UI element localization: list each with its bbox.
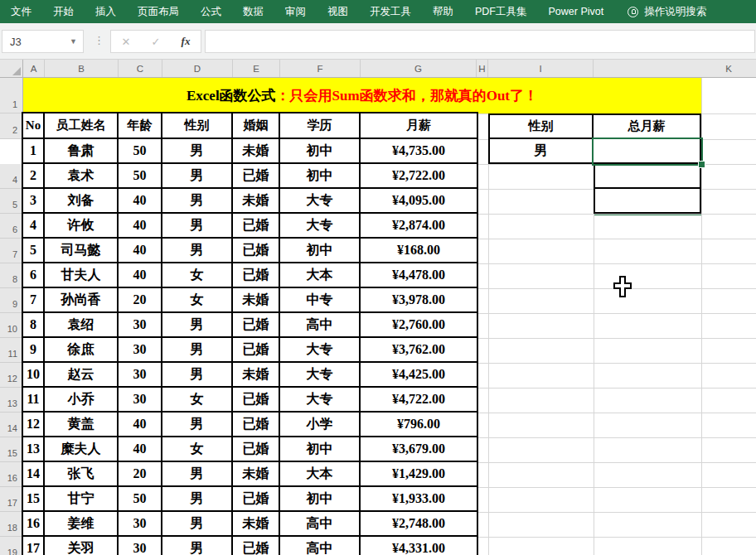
cell-F15[interactable]: 初中	[280, 437, 361, 462]
column-header-K[interactable]: K	[701, 60, 756, 77]
row-header-5[interactable]: 5	[0, 189, 23, 214]
cell-G11[interactable]: ¥3,762.00	[361, 338, 477, 363]
cell-F7[interactable]: 初中	[280, 239, 361, 263]
row-header-18[interactable]: 18	[0, 512, 23, 537]
cell-A18[interactable]: 16	[23, 512, 45, 537]
cell-E17[interactable]: 已婚	[233, 487, 280, 512]
cell-D4[interactable]: 男	[162, 164, 233, 189]
ribbon-tab-开始[interactable]: 开始	[42, 0, 85, 23]
column-header-A[interactable]: A	[23, 60, 45, 77]
row-header-7[interactable]: 7	[0, 239, 23, 263]
cell-A6[interactable]: 4	[23, 214, 45, 239]
cell-F16[interactable]: 大本	[280, 462, 361, 487]
cell-D16[interactable]: 男	[162, 462, 233, 487]
cell-F3[interactable]: 初中	[280, 139, 361, 164]
cell-E19[interactable]: 已婚	[233, 537, 280, 555]
row-header-13[interactable]: 13	[0, 388, 23, 413]
cell-C5[interactable]: 40	[119, 189, 162, 214]
cell-G12[interactable]: ¥4,425.00	[361, 363, 477, 388]
cell-A14[interactable]: 12	[23, 413, 45, 437]
cell-G3[interactable]: ¥4,735.00	[361, 139, 477, 164]
cell-G18[interactable]: ¥2,748.00	[361, 512, 477, 537]
ribbon-tab-开发工具[interactable]: 开发工具	[359, 0, 422, 23]
cell-F5[interactable]: 大专	[280, 189, 361, 214]
cell-B4[interactable]: 袁术	[45, 164, 119, 189]
cancel-icon[interactable]: ✕	[122, 36, 131, 48]
cell-F19[interactable]: 高中	[280, 537, 361, 555]
ribbon-tab-页面布局[interactable]: 页面布局	[127, 0, 190, 23]
cell-A9[interactable]: 7	[23, 288, 45, 313]
ribbon-tab-视图[interactable]: 视图	[317, 0, 359, 23]
row-header-11[interactable]: 11	[0, 338, 23, 363]
header-cell-G2[interactable]: 月薪	[361, 113, 477, 139]
name-box[interactable]: J3 ▼	[2, 30, 84, 53]
cell-G9[interactable]: ¥3,978.00	[361, 288, 477, 313]
cell-C18[interactable]: 30	[119, 512, 162, 537]
cell-B9[interactable]: 孙尚香	[45, 288, 119, 313]
cell-A15[interactable]: 13	[23, 437, 45, 462]
cell-E12[interactable]: 未婚	[233, 363, 280, 388]
row-header-14[interactable]: 14	[0, 413, 23, 437]
cell-G7[interactable]: ¥168.00	[361, 239, 477, 263]
cell-E14[interactable]: 已婚	[233, 413, 280, 437]
ribbon-tab-插入[interactable]: 插入	[85, 0, 127, 23]
header-cell-A2[interactable]: No	[23, 113, 45, 139]
cell-J3-selected[interactable]	[594, 139, 701, 164]
cell-F14[interactable]: 小学	[280, 413, 361, 437]
cell-C19[interactable]: 30	[119, 537, 162, 555]
cell-E6[interactable]: 已婚	[233, 214, 280, 239]
column-header-F[interactable]: F	[280, 60, 361, 77]
cell-B10[interactable]: 袁绍	[45, 313, 119, 338]
ribbon-tab-PDF工具集[interactable]: PDF工具集	[464, 0, 538, 23]
cell-C4[interactable]: 50	[119, 164, 162, 189]
column-header-I[interactable]: I	[488, 60, 594, 77]
ribbon-tab-文件[interactable]: 文件	[0, 0, 42, 23]
cell-F17[interactable]: 初中	[280, 487, 361, 512]
cell-F4[interactable]: 初中	[280, 164, 361, 189]
cell-B11[interactable]: 徐庶	[45, 338, 119, 363]
row-header-12[interactable]: 12	[0, 363, 23, 388]
cell-A13[interactable]: 11	[23, 388, 45, 413]
cell-C16[interactable]: 20	[119, 462, 162, 487]
cell-B19[interactable]: 关羽	[45, 537, 119, 555]
ribbon-tab-Power-Pivot[interactable]: Power Pivot	[538, 0, 615, 23]
cell-C9[interactable]: 20	[119, 288, 162, 313]
column-header-H[interactable]: H	[477, 60, 488, 77]
cell-G10[interactable]: ¥2,760.00	[361, 313, 477, 338]
cell-A16[interactable]: 14	[23, 462, 45, 487]
cell-A17[interactable]: 15	[23, 487, 45, 512]
cell-D5[interactable]: 男	[162, 189, 233, 214]
cell-J5[interactable]	[594, 189, 701, 214]
cell-F18[interactable]: 高中	[280, 512, 361, 537]
cell-C15[interactable]: 40	[119, 437, 162, 462]
cell-C6[interactable]: 40	[119, 214, 162, 239]
cell-A7[interactable]: 5	[23, 239, 45, 263]
enter-icon[interactable]: ✓	[152, 36, 161, 48]
cell-J4[interactable]	[594, 164, 701, 189]
cell-F10[interactable]: 高中	[280, 313, 361, 338]
header-cell-B2[interactable]: 员工姓名	[45, 113, 119, 139]
cell-C12[interactable]: 30	[119, 363, 162, 388]
cell-D11[interactable]: 男	[162, 338, 233, 363]
cell-B16[interactable]: 张飞	[45, 462, 119, 487]
cell-G19[interactable]: ¥4,331.00	[361, 537, 477, 555]
cell-D12[interactable]: 男	[162, 363, 233, 388]
cell-A5[interactable]: 3	[23, 189, 45, 214]
column-header-E[interactable]: E	[233, 60, 280, 77]
cell-G4[interactable]: ¥2,722.00	[361, 164, 477, 189]
cell-E4[interactable]: 已婚	[233, 164, 280, 189]
cell-B15[interactable]: 糜夫人	[45, 437, 119, 462]
cell-D13[interactable]: 女	[162, 388, 233, 413]
cell-B13[interactable]: 小乔	[45, 388, 119, 413]
cell-D18[interactable]: 男	[162, 512, 233, 537]
cell-D10[interactable]: 男	[162, 313, 233, 338]
ribbon-tab-审阅[interactable]: 审阅	[274, 0, 317, 23]
header-cell-F2[interactable]: 学历	[280, 113, 361, 139]
cell-C10[interactable]: 30	[119, 313, 162, 338]
ribbon-tab-数据[interactable]: 数据	[232, 0, 274, 23]
cell-G13[interactable]: ¥4,722.00	[361, 388, 477, 413]
cell-I3-gender-value[interactable]: 男	[488, 139, 594, 164]
cell-E11[interactable]: 已婚	[233, 338, 280, 363]
row-header-9[interactable]: 9	[0, 288, 23, 313]
header-cell-E2[interactable]: 婚姻	[233, 113, 280, 139]
